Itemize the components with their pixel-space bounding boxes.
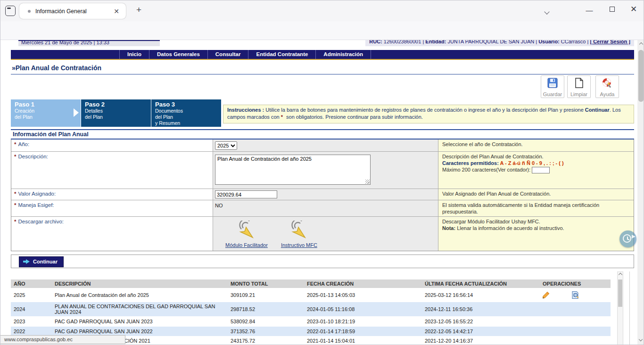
table-row: 2022PAC GAD PARROQUIAL SAN JUAN 20223713… — [11, 327, 611, 336]
session-timer-widget[interactable] — [619, 230, 636, 247]
blank-page-icon — [573, 77, 585, 89]
continuar-button[interactable]: Continuar — [19, 256, 64, 267]
table-row: 2025Plan Anual de Contratación del año 2… — [11, 288, 611, 302]
descargar-label: Descargar archivo: — [18, 219, 64, 224]
tab-title: Información General — [35, 8, 112, 15]
click-cursor-icon — [287, 221, 311, 241]
view-detail-icon[interactable] — [571, 291, 579, 299]
esigef-label: Maneja Esigef: — [18, 202, 54, 208]
anio-label: Año: — [18, 141, 29, 147]
anio-help: Seleccione el año de Contratación. — [438, 140, 634, 151]
page-scrollbar[interactable] — [637, 40, 644, 345]
click-cursor-icon — [235, 221, 258, 241]
instructivo-mfc-download[interactable]: Instructivo MFC — [281, 221, 317, 248]
help-lifering-icon — [602, 77, 613, 89]
valor-input[interactable] — [215, 190, 277, 198]
modulo-facilitador-download[interactable]: Módulo Facilitador — [225, 221, 268, 248]
anio-select[interactable]: 2025 — [215, 141, 237, 150]
close-window-button[interactable]: ✕ — [626, 4, 641, 14]
minimize-button[interactable]: — — [582, 6, 597, 14]
ayuda-button[interactable]: Ayuda — [595, 75, 619, 98]
firefox-view-icon[interactable] — [5, 6, 16, 16]
scroll-up-icon[interactable] — [639, 42, 643, 46]
guardar-button[interactable]: Guardar — [541, 75, 564, 98]
status-tooltip: www.compraspublicas.gob.ec — [0, 335, 125, 344]
step-arrow-icon — [74, 108, 79, 117]
restore-button[interactable] — [610, 7, 615, 12]
page-title: »Plan Anual de Contratación — [11, 64, 634, 74]
limpiar-button[interactable]: Limpiar — [567, 75, 591, 98]
menu-item-entidad-contratante[interactable]: Entidad Contratante — [248, 50, 316, 59]
table-header-row: AÑODESCRIPCIÓNMONTO TOTALFECHA CREACIÓNÚ… — [11, 279, 611, 288]
clock-icon — [623, 234, 631, 243]
table-row: 2023PAC GAD PARROQUIAL SAN JUAN 20235380… — [11, 316, 611, 327]
table-scrollbar-thumb[interactable] — [618, 279, 622, 307]
datetime-bar: Miércoles 21 de Mayo de 2025 | 13:33 — [18, 40, 160, 46]
gold-divider — [11, 59, 634, 60]
save-floppy-icon — [547, 77, 558, 89]
descripcion-help: Descripción del Plan Anual de Contrataci… — [438, 152, 634, 189]
tab-close-icon[interactable]: ✕ — [112, 7, 121, 16]
table-scrollbar[interactable] — [617, 271, 623, 345]
step-2-detalles[interactable]: Paso 2 Detalles del Plan — [81, 99, 151, 127]
browser-tab[interactable]: Información General ✕ — [19, 3, 126, 19]
table-right-border — [629, 271, 630, 345]
form-section-title: Información del Plan Anual — [11, 129, 634, 140]
continue-strip: Continuar — [11, 255, 634, 268]
char-counter-input[interactable] — [532, 167, 550, 173]
tab-bar: Información General ✕ + — ✕ — [0, 0, 644, 21]
menu-item-inicio[interactable]: Inicio — [119, 50, 149, 59]
new-tab-button[interactable]: + — [132, 5, 145, 15]
favicon-dot-icon — [28, 10, 31, 13]
valor-label: Valor Asignado: — [18, 191, 56, 197]
esigef-value: NO — [215, 203, 223, 208]
main-menu: Inicio Datos Generales Consultar Entidad… — [11, 50, 634, 59]
valor-help: Valor Asignado del Plan Anual de Contrat… — [438, 189, 634, 200]
menu-item-administracion[interactable]: Administración — [316, 50, 371, 59]
step-3-documentos[interactable]: Paso 3 Documentos del Plan y Resumen — [151, 99, 221, 127]
scroll-up-icon[interactable] — [618, 273, 622, 277]
descripcion-label: Descripción: — [18, 154, 48, 159]
wing-icon — [632, 235, 636, 238]
page-viewport: Miércoles 21 de Mayo de 2025 | 13:33 RUC… — [0, 40, 637, 345]
scroll-down-icon[interactable] — [639, 337, 643, 341]
descargar-help: Descargar Módulo Facilitador Ushay MFC. … — [438, 217, 634, 251]
esigef-help: El sistema valida automáticamente si la … — [438, 200, 634, 216]
plan-form: *Año: 2025 Seleccione el año de Contrata… — [11, 140, 634, 251]
list-all-tabs-icon[interactable] — [545, 7, 549, 16]
page-scrollbar-thumb[interactable] — [638, 50, 644, 102]
instructions-box: Instrucciones : Utilice la barra de boto… — [223, 105, 634, 123]
descripcion-textarea[interactable]: Plan Anual de Contratación del año 2025 — [215, 155, 371, 185]
session-bar: RUC: 1260023860001 | Entidad: JUNTA PARR… — [365, 40, 634, 46]
step-1-creacion[interactable]: Paso 1 Creación del Plan — [11, 99, 81, 127]
resize-grip-icon[interactable] — [365, 180, 370, 184]
table-row: 2024PLAN ANUAL DE CONTRATACIONES DEL GAD… — [11, 302, 611, 316]
logout-link[interactable]: [ Cerrar Sesión ] — [590, 40, 630, 44]
continue-arrow-icon — [23, 259, 30, 264]
edit-pencil-icon[interactable] — [542, 291, 550, 299]
menu-item-datos-generales[interactable]: Datos Generales — [149, 50, 208, 59]
menu-item-consultar[interactable]: Consultar — [208, 50, 249, 59]
navigation-toolbar: ← → ✕ https://www.compraspublicas.gob.ec… — [0, 21, 644, 40]
